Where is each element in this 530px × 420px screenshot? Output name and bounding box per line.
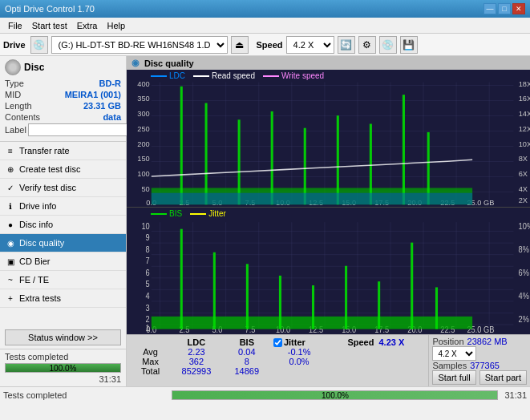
svg-rect-40: [152, 223, 514, 329]
svg-text:5: 5: [146, 280, 150, 289]
svg-text:10X: 10X: [519, 140, 530, 148]
stats-right-panel: Position 23862 MB 4.2 X Samples 377365 S…: [428, 335, 530, 386]
status-text: Tests completed: [5, 352, 121, 361]
sidebar: Disc Type BD-R MID MEIRA1 (001) Length 2…: [0, 56, 127, 386]
row-max-jitter: 0.0%: [270, 357, 328, 366]
speed-dropdown-row: 4.2 X: [432, 346, 527, 361]
legend-write-speed: Write speed: [263, 71, 324, 80]
svg-text:14X: 14X: [519, 110, 530, 118]
start-buttons-row: Start full Start part: [432, 370, 527, 385]
svg-text:400: 400: [137, 80, 149, 88]
legend-bis-label: BIS: [169, 209, 182, 218]
svg-text:150: 150: [137, 155, 149, 163]
svg-rect-76: [435, 288, 438, 329]
jitter-checkbox-row: Jitter: [273, 337, 325, 347]
sidebar-item-disc-info[interactable]: ● Disc info: [0, 216, 126, 234]
legend-read-speed-label: Read speed: [212, 71, 255, 80]
statusbar-progress: 100.0%: [172, 390, 498, 400]
chart-header-icon: ◉: [131, 58, 140, 68]
menu-help[interactable]: Help: [102, 20, 130, 31]
start-full-button[interactable]: Start full: [432, 370, 475, 385]
col-ldc: LDC: [169, 337, 224, 347]
svg-text:12X: 12X: [519, 125, 530, 133]
disc-info-icon: ●: [5, 219, 16, 230]
close-button[interactable]: ✕: [512, 3, 525, 14]
svg-text:16X: 16X: [519, 95, 530, 103]
row-avg-jitter: -0.1%: [270, 347, 328, 357]
drive-select[interactable]: (G:) HL-DT-ST BD-RE WH16NS48 1.D3: [51, 36, 228, 54]
disc-length-label: Length: [5, 101, 32, 111]
row-avg-ldc: 2.23: [169, 347, 224, 357]
maximize-button[interactable]: □: [498, 3, 511, 14]
speed-col-value: 4.23 X: [378, 337, 404, 347]
speed-select[interactable]: 4.2 X: [286, 36, 334, 54]
start-part-button[interactable]: Start part: [479, 370, 527, 385]
stats-row-total: Total 852993 14869: [131, 366, 423, 376]
menu-extra[interactable]: Extra: [72, 20, 103, 31]
svg-rect-69: [213, 252, 216, 329]
row-total-jitter: [270, 366, 328, 376]
stats-row-max: Max 362 8 0.0%: [131, 357, 423, 366]
sidebar-item-create-test-disc[interactable]: ⊕ Create test disc: [0, 160, 126, 179]
disc-label-input[interactable]: [28, 123, 135, 136]
sidebar-item-cd-bier[interactable]: ▣ CD Bier: [0, 252, 126, 271]
svg-rect-68: [180, 229, 183, 329]
save-button[interactable]: 💾: [400, 36, 418, 54]
svg-rect-67: [152, 317, 472, 329]
main-area: Disc Type BD-R MID MEIRA1 (001) Length 2…: [0, 56, 530, 386]
svg-text:2X: 2X: [519, 196, 528, 204]
sidebar-item-extra-tests[interactable]: + Extra tests: [0, 289, 126, 308]
sidebar-item-verify-test-disc[interactable]: ✓ Verify test disc: [0, 179, 126, 197]
menu-start-test[interactable]: Start test: [27, 20, 72, 31]
legend-jitter-label: Jitter: [208, 209, 226, 218]
statusbar-text: Tests completed: [3, 390, 165, 400]
svg-rect-37: [403, 95, 405, 204]
svg-rect-70: [246, 265, 249, 329]
disc-panel-title: Disc: [24, 62, 44, 73]
minimize-button[interactable]: —: [483, 3, 496, 14]
menu-file[interactable]: File: [3, 20, 27, 31]
titlebar: Opti Drive Control 1.70 — □ ✕: [0, 0, 530, 18]
drive-info-icon: ℹ: [5, 200, 16, 212]
legend-ldc-label: LDC: [169, 71, 185, 80]
svg-rect-30: [180, 87, 183, 204]
extra-tests-icon: +: [5, 293, 16, 304]
sidebar-item-disc-quality[interactable]: ◉ Disc quality: [0, 234, 126, 252]
disc-header: Disc: [5, 59, 121, 75]
chart2-svg: 10 9 8 7 6 5 4 3 2 1 10% 8% 6% 4% 2% 0.0…: [127, 208, 530, 334]
svg-text:3: 3: [146, 303, 150, 313]
svg-text:10%: 10%: [519, 221, 530, 231]
svg-text:50: 50: [141, 185, 149, 193]
row-total-ldc: 852993: [169, 366, 224, 376]
legend-ldc: LDC: [151, 71, 185, 80]
speed-dropdown[interactable]: 4.2 X: [432, 346, 476, 361]
chart-title: Disc quality: [144, 59, 194, 68]
svg-text:4%: 4%: [519, 292, 529, 301]
svg-text:8X: 8X: [519, 155, 528, 163]
col-speed: Speed 4.23 X: [328, 337, 423, 347]
disc-mid-value: MEIRA1 (001): [65, 90, 121, 99]
drive-icon-btn[interactable]: 💿: [30, 36, 48, 54]
fe-te-icon: ~: [5, 274, 16, 285]
statusbar-pct-text: 100.0%: [172, 391, 497, 401]
disc-button[interactable]: 💿: [379, 36, 397, 54]
speed-label: Speed: [257, 40, 283, 50]
status-btn-label: Status window >>: [28, 333, 98, 342]
eject-button[interactable]: ⏏: [231, 36, 249, 54]
sidebar-item-transfer-rate[interactable]: ≡ Transfer rate: [0, 142, 126, 160]
disc-contents-row: Contents data: [5, 112, 121, 122]
sidebar-item-fe-te[interactable]: ~ FE / TE: [0, 271, 126, 289]
disc-icon: [5, 59, 21, 75]
svg-text:8: 8: [146, 244, 150, 254]
stats-row-avg: Avg 2.23 0.04 -0.1%: [131, 347, 423, 357]
jitter-checkbox[interactable]: [273, 338, 282, 347]
col-jitter-check: Jitter: [270, 337, 328, 347]
disc-type-label: Type: [5, 79, 24, 88]
refresh-button[interactable]: 🔄: [338, 36, 355, 54]
sidebar-item-drive-info[interactable]: ℹ Drive info: [0, 197, 126, 216]
svg-rect-32: [238, 119, 241, 204]
sidebar-item-label: Transfer rate: [19, 146, 70, 155]
status-window-btn[interactable]: Status window >>: [5, 329, 121, 345]
settings-button[interactable]: ⚙: [358, 36, 376, 54]
transfer-rate-icon: ≡: [5, 145, 16, 156]
